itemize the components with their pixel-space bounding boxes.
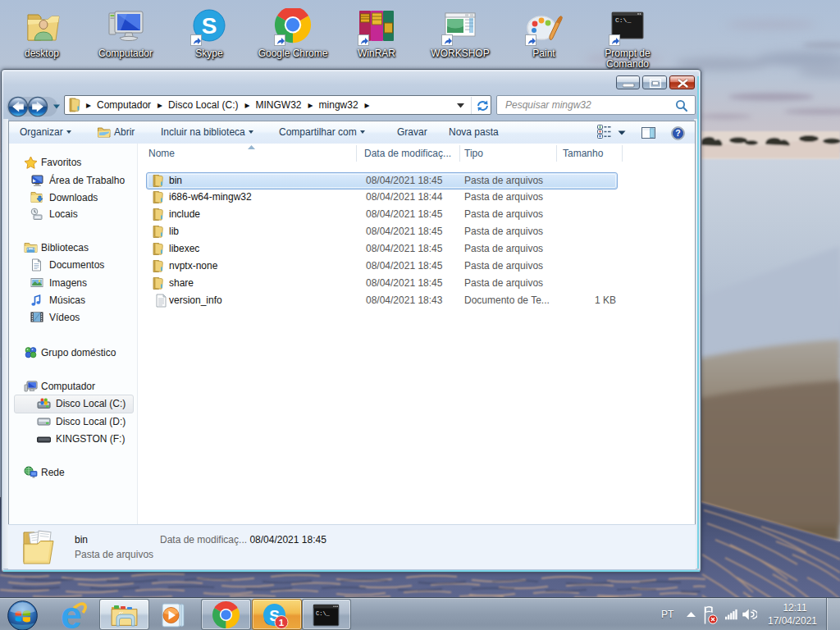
svg-text:?: ? [675,128,680,138]
svg-text:C:\_: C:\_ [316,610,331,617]
svg-text:C:\_: C:\_ [615,16,631,24]
svg-text:e: e [61,601,82,630]
svg-text:S: S [202,13,217,39]
svg-text:1: 1 [279,618,285,628]
